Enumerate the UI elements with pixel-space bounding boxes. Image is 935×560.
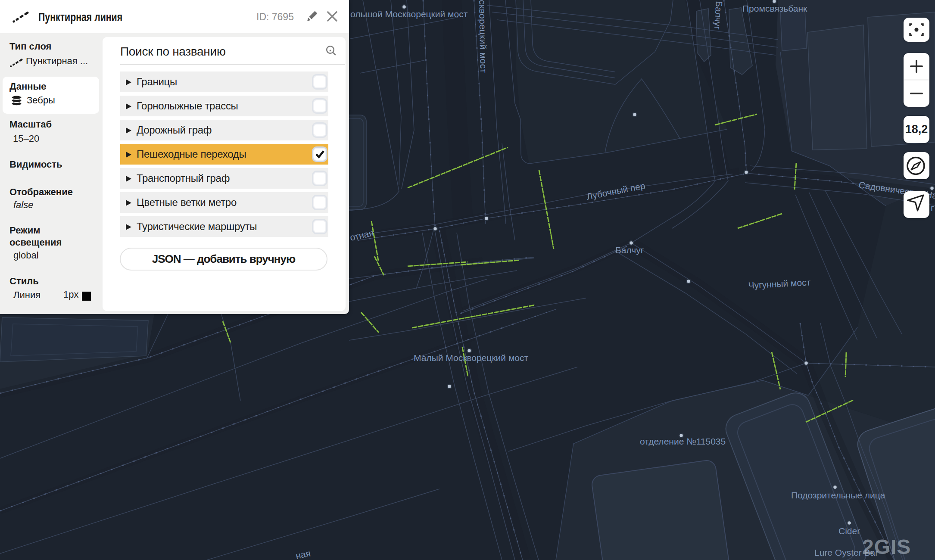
svg-text:Балчуг: Балчуг [615, 245, 644, 255]
svg-text:Малый Москворецкий мост: Малый Москворецкий мост [414, 353, 529, 363]
svg-text:2GIS: 2GIS [862, 535, 911, 558]
svg-text:Балчуг: Балчуг [712, 1, 724, 30]
svg-text:г: г [931, 203, 934, 213]
svg-text:отделение №115035: отделение №115035 [640, 436, 726, 446]
svg-text:ольшой Москворецкий мост: ольшой Москворецкий мост [350, 9, 468, 19]
svg-text:Cider: Cider [838, 526, 860, 536]
svg-text:Подозрительные лица: Подозрительные лица [791, 490, 885, 500]
svg-text:скворецкий мост: скворецкий мост [477, 0, 489, 73]
svg-text:Промсвязьбанк: Промсвязьбанк [742, 3, 807, 13]
